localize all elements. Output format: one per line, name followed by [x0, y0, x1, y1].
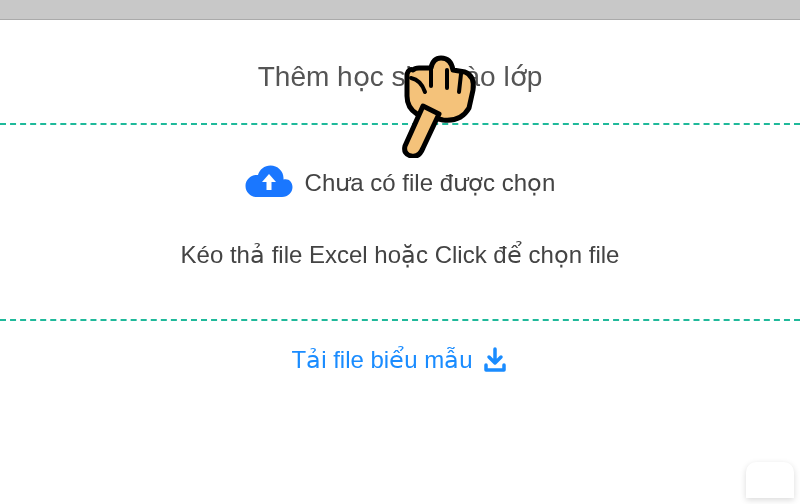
download-template-link[interactable]: Tải file biểu mẫu [291, 346, 508, 374]
file-status-text: Chưa có file được chọn [305, 169, 556, 197]
modal-body: Thêm học sinh vào lớp Chưa có file được … [0, 20, 800, 399]
download-icon [481, 346, 509, 374]
download-link-label: Tải file biểu mẫu [291, 346, 472, 374]
window-top-bar [0, 0, 800, 20]
file-status-row: Chưa có file được chọn [0, 165, 800, 201]
pointing-hand-icon [395, 48, 485, 158]
cloud-upload-icon [245, 165, 293, 201]
help-widget[interactable] [746, 462, 794, 498]
title-section: Thêm học sinh vào lớp [0, 20, 800, 123]
dropzone-instruction: Kéo thả file Excel hoặc Click để chọn fi… [0, 241, 800, 269]
download-section: Tải file biểu mẫu [0, 321, 800, 399]
